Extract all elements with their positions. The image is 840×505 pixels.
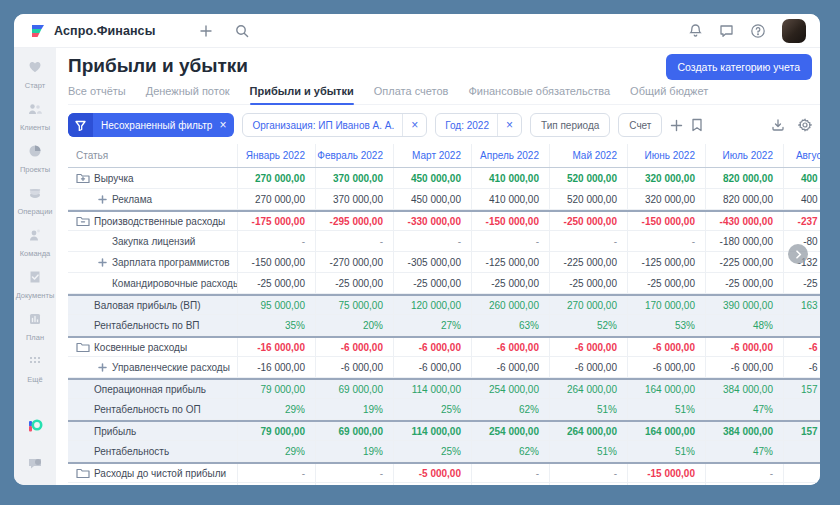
remove-unsaved-filter-icon[interactable]: × (219, 119, 226, 131)
filter-chip[interactable]: Год: 2022× (435, 113, 522, 137)
sidebar-item-dots[interactable]: Ещё (14, 348, 56, 390)
column-header-month[interactable]: Март 2022 (394, 144, 472, 167)
column-header-month[interactable]: Февраль 2022 (316, 144, 394, 167)
filter-chip[interactable]: Тип периода (530, 113, 610, 137)
user-avatar[interactable] (782, 19, 806, 43)
column-header-month[interactable]: Май 2022 (550, 144, 628, 167)
value-cell: - (472, 231, 550, 251)
value-cell: - (550, 464, 628, 482)
row-label: Командировочные расходы (68, 273, 238, 293)
column-header-month[interactable]: Июнь 2022 (628, 144, 706, 167)
value-cell (784, 315, 820, 335)
value-cell: 114 000,00 (394, 380, 472, 398)
filter-funnel-icon (68, 113, 93, 137)
table-row: Операционная прибыль79 000,0069 000,0011… (68, 378, 820, 399)
row-label[interactable]: Зарплата программистов (68, 252, 238, 272)
bookmark-icon[interactable] (691, 118, 703, 132)
column-header-month[interactable]: Август 2022 (784, 144, 820, 167)
value-cell: 320 000,00 (628, 168, 706, 188)
help-icon[interactable] (750, 23, 766, 39)
heart-icon (27, 59, 43, 79)
unsaved-filter-label: Несохраненный фильтр (101, 120, 212, 131)
row-label[interactable]: Расходы до чистой прибыли (68, 464, 238, 482)
value-cell: -270 000,00 (316, 252, 394, 272)
value-cell: 62% (472, 399, 550, 419)
column-header-month[interactable]: Январь 2022 (238, 144, 316, 167)
value-cell: 29% (238, 399, 316, 419)
tab-item[interactable]: Все отчёты (68, 85, 126, 97)
remove-chip-icon[interactable]: × (497, 114, 521, 136)
sidebar-item-doc-check[interactable]: Документы (14, 264, 56, 306)
value-cell: 114 000,00 (394, 422, 472, 440)
chat-icon[interactable] (719, 23, 734, 38)
value-cell: - (316, 464, 394, 482)
value-cell: 820 000,00 (706, 168, 784, 188)
table-row: Расходы до чистой прибыли---5 000,00---1… (68, 462, 820, 483)
filter-bar: Несохраненный фильтр × Организация: ИП И… (68, 113, 820, 137)
row-label[interactable]: Косвенные расходы (68, 338, 238, 356)
value-cell: 48% (706, 315, 784, 335)
download-icon[interactable] (771, 118, 785, 132)
topbar: Аспро.Финансы (14, 14, 820, 48)
row-label: Прибыль (68, 422, 238, 440)
filter-chip[interactable]: Счет (618, 113, 662, 137)
row-label[interactable]: Производственные расходы (68, 212, 238, 230)
value-cell (784, 464, 820, 482)
settings-gear-icon[interactable] (798, 118, 812, 132)
sidebar-item-person[interactable]: Команда (14, 222, 56, 264)
brand-mark-icon (26, 417, 44, 439)
value-cell: -125 000,00 (628, 252, 706, 272)
value-cell: -225 000,00 (550, 252, 628, 272)
value-cell: 264 000,00 (550, 422, 628, 440)
create-category-button[interactable]: Создать категорию учета (666, 54, 812, 80)
value-cell: 164 000,00 (628, 422, 706, 440)
row-label: Операционная прибыль (68, 380, 238, 398)
value-cell: -237 000,00 (784, 212, 820, 230)
value-cell: -6 000,00 (394, 357, 472, 377)
tab-item[interactable]: Денежный поток (146, 85, 230, 97)
filter-chip[interactable]: Организация: ИП Иванов А. А.× (242, 113, 427, 137)
sidebar-item-pie[interactable]: Проекты (14, 138, 56, 180)
sidebar-item-users[interactable]: Клиенты (14, 96, 56, 138)
pie-icon (27, 143, 43, 163)
row-label[interactable]: Реклама (68, 189, 238, 209)
tab-item[interactable]: Финансовые обязательства (468, 85, 610, 97)
value-cell: 450 000,00 (394, 168, 472, 188)
unsaved-filter-chip[interactable]: Несохраненный фильтр × (68, 113, 234, 137)
plus-icon (98, 195, 112, 204)
folder-icon (76, 467, 94, 479)
value-cell: 51% (550, 399, 628, 419)
add-filter-icon[interactable] (670, 119, 683, 132)
value-cell: 170 000,00 (628, 296, 706, 314)
value-cell: 270 000,00 (238, 168, 316, 188)
sidebar-item-plan[interactable]: План (14, 306, 56, 348)
bell-icon[interactable] (688, 23, 703, 38)
value-cell: 95 000,00 (238, 296, 316, 314)
support-chat-icon[interactable] (27, 455, 43, 475)
tab-item[interactable]: Оплата счетов (374, 85, 449, 97)
search-icon[interactable] (235, 24, 249, 38)
sidebar-item-heart[interactable]: Старт (14, 54, 56, 96)
value-cell: 384 000,00 (706, 422, 784, 440)
tab-active[interactable]: Прибыли и убытки (250, 85, 354, 97)
value-cell: 79 000,00 (238, 380, 316, 398)
scroll-right-button[interactable] (788, 244, 808, 264)
value-cell: -330 000,00 (394, 212, 472, 230)
sidebar-item-coins[interactable]: Операции (14, 180, 56, 222)
row-label[interactable]: Выручка (68, 168, 238, 188)
article-column-header: Статья (68, 144, 238, 167)
value-cell: 320 000,00 (628, 189, 706, 209)
value-cell: 69 000,00 (316, 380, 394, 398)
value-cell: 254 000,00 (472, 380, 550, 398)
remove-chip-icon[interactable]: × (402, 114, 426, 136)
column-header-month[interactable]: Июль 2022 (706, 144, 784, 167)
row-label: Рентабельность по ВП (68, 315, 238, 335)
value-cell: -15 000,00 (628, 464, 706, 482)
main-area: Прибыли и убытки Создать категорию учета… (56, 48, 820, 485)
value-cell: 270 000,00 (238, 189, 316, 209)
sidebar: СтартКлиентыПроектыОперацииКомандаДокуме… (14, 48, 56, 485)
plus-icon[interactable] (199, 24, 213, 38)
tab-item[interactable]: Общий бюджет (630, 85, 708, 97)
row-label[interactable]: Управленческие расходы (68, 357, 238, 377)
column-header-month[interactable]: Апрель 2022 (472, 144, 550, 167)
